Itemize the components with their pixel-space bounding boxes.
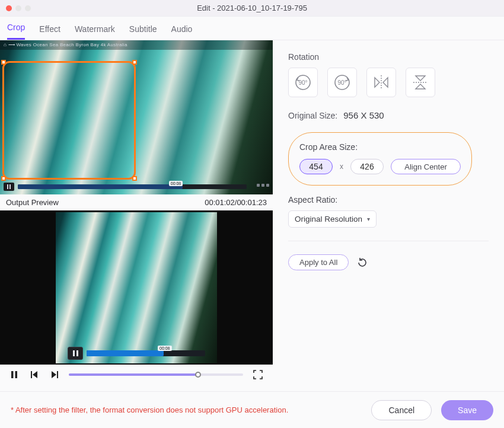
rotation-label: Rotation — [288, 52, 489, 62]
flip-vertical-button[interactable] — [406, 68, 435, 97]
svg-rect-1 — [15, 371, 18, 378]
source-info-icons — [250, 184, 269, 190]
tab-crop[interactable]: Crop — [7, 18, 25, 40]
crop-settings-panel: Rotation 90° 90° — [273, 40, 504, 391]
rotate-cw-button[interactable]: 90° — [327, 68, 357, 97]
flip-horizontal-button[interactable] — [366, 68, 396, 97]
crop-size-separator: x — [340, 162, 343, 171]
preview-pause-button[interactable] — [68, 347, 83, 360]
crop-area-label: Crop Area Size: — [299, 142, 461, 152]
source-mini-controls: 00:08 — [4, 182, 269, 191]
original-size-label: Original Size: — [288, 111, 337, 120]
close-window-button[interactable] — [6, 5, 12, 11]
crop-area-controls: x Align Center — [299, 159, 461, 174]
aspect-ratio-select[interactable]: Original Resolution ▾ — [288, 210, 377, 228]
transport-controls — [0, 365, 273, 384]
source-seek-time: 00:08 — [169, 181, 183, 186]
transport-pause-button[interactable] — [8, 369, 20, 381]
output-preview-player[interactable]: 00:08 — [0, 210, 273, 365]
source-video-player[interactable]: ⌂ ⟶ Waves Ocean Sea Beach Byron Bay 4k A… — [0, 40, 273, 194]
chevron-down-icon: ▾ — [367, 216, 370, 222]
svg-rect-3 — [31, 371, 32, 378]
editor-tabs: Crop Effect Watermark Subtitle Audio — [0, 17, 504, 40]
tab-subtitle[interactable]: Subtitle — [129, 20, 157, 40]
cancel-button[interactable]: Cancel — [371, 400, 432, 420]
svg-marker-13 — [416, 84, 425, 89]
crop-area-fieldset: Crop Area Size: x Align Center — [288, 132, 472, 186]
reset-button[interactable] — [357, 257, 368, 268]
gpu-warning-text: * After setting the filter, the format c… — [11, 405, 288, 414]
crop-handle-top-left[interactable] — [1, 60, 6, 65]
svg-rect-5 — [57, 371, 58, 378]
original-size-value: 956 X 530 — [343, 110, 384, 120]
panel-divider — [288, 241, 489, 241]
align-center-button[interactable]: Align Center — [391, 159, 461, 174]
video-tags-bar: ⌂ ⟶ Waves Ocean Sea Beach Byron Bay 4k A… — [0, 40, 273, 50]
tab-effect[interactable]: Effect — [39, 20, 60, 40]
source-pause-button[interactable] — [4, 183, 14, 191]
window-controls — [6, 5, 31, 11]
crop-height-input[interactable] — [350, 159, 384, 174]
crop-width-input[interactable] — [299, 159, 333, 174]
svg-marker-2 — [33, 371, 37, 378]
aspect-ratio-value: Original Resolution — [295, 215, 362, 223]
preview-seek-bar[interactable]: 00:08 — [87, 350, 205, 356]
timeline-fill — [69, 373, 198, 376]
timeline-slider[interactable] — [69, 373, 243, 376]
main-area: ⌂ ⟶ Waves Ocean Sea Beach Byron Bay 4k A… — [0, 40, 504, 391]
crop-handle-bottom-right[interactable] — [132, 176, 137, 181]
svg-marker-12 — [416, 76, 425, 81]
aspect-ratio-label: Aspect Ratio: — [288, 195, 489, 205]
crop-rectangle[interactable] — [2, 61, 136, 180]
svg-rect-0 — [11, 371, 14, 378]
apply-row: Apply to All — [288, 254, 489, 270]
left-column: ⌂ ⟶ Waves Ocean Sea Beach Byron Bay 4k A… — [0, 40, 273, 391]
svg-marker-10 — [383, 78, 388, 87]
source-seek-progress — [18, 184, 183, 189]
preview-label: Output Preview — [6, 198, 59, 207]
preview-mini-controls: 00:08 — [68, 347, 205, 360]
rotate-ccw-text: 90° — [298, 79, 307, 86]
crop-handle-bottom-left[interactable] — [1, 176, 6, 181]
timeline-knob[interactable] — [195, 372, 201, 378]
minimize-window-button[interactable] — [15, 5, 21, 11]
svg-marker-4 — [52, 371, 56, 378]
preview-seek-progress — [87, 350, 164, 356]
preview-timecode: 00:01:02/00:01:23 — [205, 198, 267, 207]
crop-handle-top-right[interactable] — [132, 60, 137, 65]
preview-header: Output Preview 00:01:02/00:01:23 — [0, 194, 273, 210]
original-size-row: Original Size: 956 X 530 — [288, 110, 489, 120]
maximize-window-button[interactable] — [25, 5, 31, 11]
fullscreen-button[interactable] — [251, 368, 264, 381]
save-button[interactable]: Save — [441, 400, 493, 420]
preview-seek-time: 00:08 — [158, 346, 172, 351]
step-back-button[interactable] — [28, 369, 40, 381]
apply-to-all-button[interactable]: Apply to All — [288, 254, 349, 270]
svg-marker-9 — [375, 78, 379, 87]
rotate-ccw-button[interactable]: 90° — [288, 68, 318, 97]
title-bar: Edit - 2021-06-10_10-17-19-795 — [0, 0, 504, 17]
footer-bar: * After setting the filter, the format c… — [0, 391, 504, 428]
tab-watermark[interactable]: Watermark — [75, 20, 115, 40]
step-forward-button[interactable] — [49, 369, 60, 381]
rotation-buttons: 90° 90° — [288, 68, 489, 97]
rotate-cw-text: 90° — [337, 79, 346, 86]
tab-audio[interactable]: Audio — [171, 20, 193, 40]
window-title: Edit - 2021-06-10_10-17-19-795 — [0, 4, 504, 12]
output-preview-frame: 00:08 — [56, 212, 217, 363]
source-seek-bar[interactable]: 00:08 — [18, 184, 247, 189]
video-tags: ⌂ ⟶ Waves Ocean Sea Beach Byron Bay 4k A… — [0, 40, 273, 50]
